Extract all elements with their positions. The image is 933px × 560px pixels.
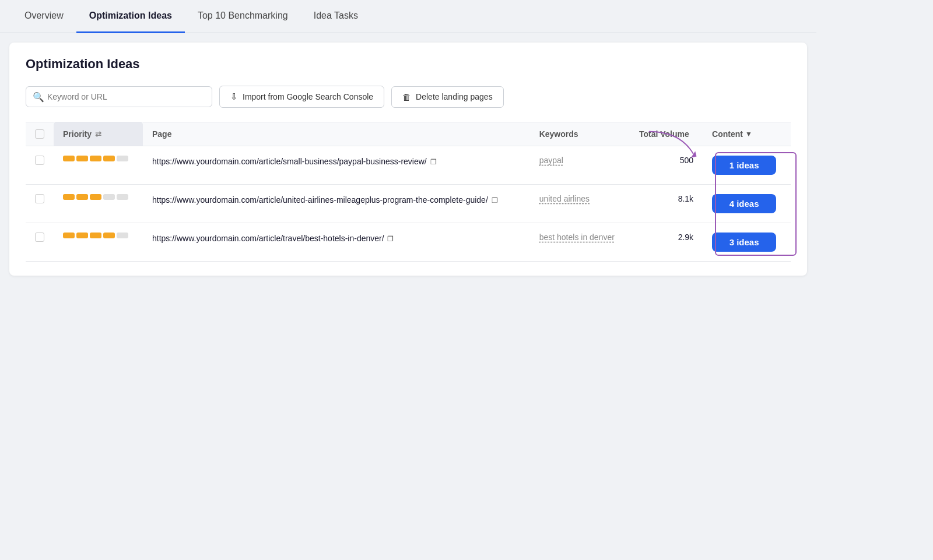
bar-3	[90, 233, 101, 238]
bar-4	[103, 194, 115, 200]
row3-checkbox-cell	[26, 223, 54, 262]
bar-2	[76, 194, 88, 200]
search-icon: 🔍	[33, 91, 44, 103]
bar-3	[90, 194, 101, 200]
row2-ideas-button[interactable]: 4 ideas	[712, 194, 776, 213]
bar-2	[76, 156, 88, 161]
tab-top10-benchmarking[interactable]: Top 10 Benchmarking	[185, 0, 301, 33]
row1-volume: 500	[630, 146, 703, 185]
row3-volume: 2.9k	[630, 223, 703, 262]
external-link-icon[interactable]: ❐	[387, 235, 394, 243]
row2-priority	[54, 185, 143, 223]
row1-checkbox[interactable]	[35, 156, 44, 165]
search-input[interactable]	[26, 86, 212, 107]
bar-4	[103, 156, 115, 161]
row2-checkbox[interactable]	[35, 194, 44, 203]
th-priority[interactable]: Priority ⇄	[54, 122, 143, 146]
bar-5	[117, 156, 128, 161]
row2-volume: 8.1k	[630, 185, 703, 223]
toolbar: 🔍 ⇩ Import from Google Search Console 🗑 …	[26, 86, 791, 108]
tab-idea-tasks[interactable]: Idea Tasks	[301, 0, 371, 33]
external-link-icon[interactable]: ❐	[430, 158, 437, 166]
external-link-icon[interactable]: ❐	[492, 196, 498, 205]
priority-bars	[63, 156, 134, 161]
table-row: https://www.yourdomain.com/article/unite…	[26, 185, 791, 223]
select-all-checkbox[interactable]	[35, 129, 44, 139]
th-content[interactable]: Content ▼	[703, 122, 791, 146]
bar-4	[103, 233, 115, 238]
bar-1	[63, 194, 75, 200]
delete-landing-pages-button[interactable]: 🗑 Delete landing pages	[391, 86, 504, 108]
th-keywords: Keywords	[530, 122, 630, 146]
table-container: Priority ⇄ Page Keywords Total Volume	[26, 122, 791, 262]
row2-keyword: united airlines	[530, 185, 630, 223]
row3-ideas-cell: 3 ideas	[703, 223, 791, 262]
row3-page: https://www.yourdomain.com/article/trave…	[143, 223, 530, 262]
row3-keyword: best hotels in denver	[530, 223, 630, 262]
row3-checkbox[interactable]	[35, 233, 44, 242]
th-page: Page	[143, 122, 530, 146]
main-card: Optimization Ideas 🔍 ⇩ Import from Googl…	[9, 43, 807, 276]
bar-5	[117, 233, 128, 238]
row2-checkbox-cell	[26, 185, 54, 223]
search-input-wrap: 🔍	[26, 86, 212, 107]
row1-checkbox-cell	[26, 146, 54, 185]
th-total-volume: Total Volume	[630, 122, 703, 146]
row3-priority	[54, 223, 143, 262]
table-row: https://www.yourdomain.com/article/trave…	[26, 223, 791, 262]
row2-ideas-cell: 4 ideas	[703, 185, 791, 223]
row1-ideas-cell: 1 ideas	[703, 146, 791, 185]
nav-tabs: Overview Optimization Ideas Top 10 Bench…	[0, 0, 816, 33]
bar-1	[63, 233, 75, 238]
data-table: Priority ⇄ Page Keywords Total Volume	[26, 122, 791, 262]
bar-5	[117, 194, 128, 200]
row1-page: https://www.yourdomain.com/article/small…	[143, 146, 530, 185]
priority-bars	[63, 233, 134, 238]
trash-icon: 🗑	[402, 92, 411, 102]
tab-optimization-ideas[interactable]: Optimization Ideas	[76, 0, 185, 33]
sort-icon: ⇄	[95, 130, 101, 139]
chevron-down-icon: ▼	[745, 130, 752, 138]
table-row: https://www.yourdomain.com/article/small…	[26, 146, 791, 185]
row2-page: https://www.yourdomain.com/article/unite…	[143, 185, 530, 223]
import-gsc-button[interactable]: ⇩ Import from Google Search Console	[219, 86, 384, 108]
bar-1	[63, 156, 75, 161]
select-all-header	[26, 122, 54, 146]
bar-2	[76, 233, 88, 238]
import-icon: ⇩	[230, 91, 238, 102]
row1-keyword: paypal	[530, 146, 630, 185]
priority-bars	[63, 194, 134, 200]
page-title: Optimization Ideas	[26, 57, 791, 72]
row3-ideas-button[interactable]: 3 ideas	[712, 233, 776, 252]
row1-priority	[54, 146, 143, 185]
bar-3	[90, 156, 101, 161]
row1-ideas-button[interactable]: 1 ideas	[712, 156, 776, 175]
tab-overview[interactable]: Overview	[12, 0, 76, 33]
